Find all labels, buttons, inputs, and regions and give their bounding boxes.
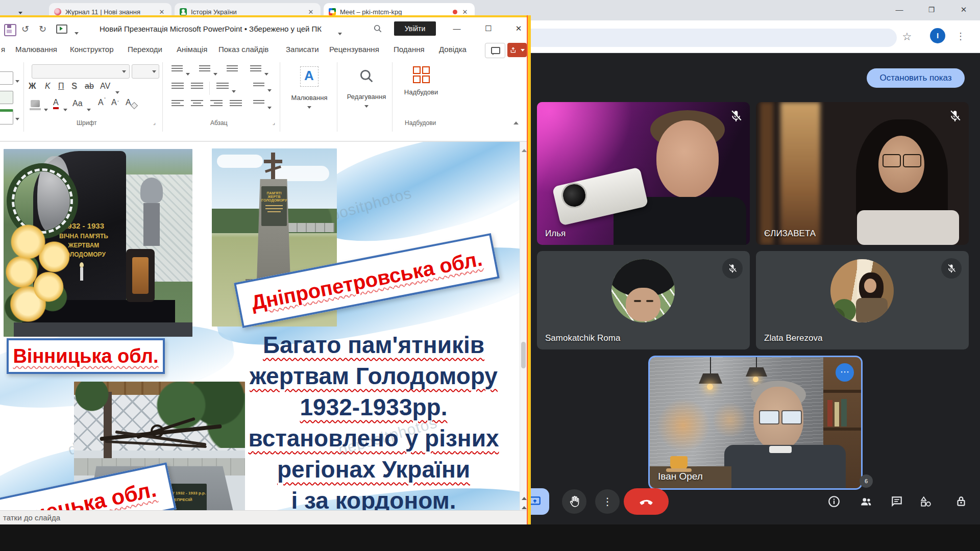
save-icon[interactable] — [4, 24, 16, 36]
ppt-minimize-button[interactable]: — — [447, 20, 467, 37]
ribbon-tab-help[interactable]: Довідка — [439, 45, 467, 54]
slideshow-icon[interactable] — [56, 24, 67, 34]
text-direction-chevron-icon[interactable] — [267, 85, 272, 94]
font-dialog-launcher-icon[interactable]: ⌟ — [153, 119, 156, 126]
drawing-button[interactable]: A Малювання — [286, 64, 333, 126]
ribbon-tab-transitions[interactable]: Переходи — [128, 45, 162, 54]
font-size-combo[interactable] — [132, 64, 159, 79]
decrease-indent-button[interactable] — [172, 83, 184, 89]
font-name-combo[interactable] — [32, 64, 130, 79]
numbering-chevron-icon[interactable] — [213, 68, 217, 78]
section-button[interactable] — [0, 109, 13, 124]
tab-close-icon[interactable]: ✕ — [306, 8, 315, 16]
participant-tile-ivan[interactable]: ⋯ Іван Орел — [648, 356, 863, 490]
slide-body-text[interactable]: Багато пам'ятників жертвам Голодомору 19… — [231, 330, 517, 516]
undo-icon[interactable]: ↺ — [21, 23, 29, 35]
activities-icon[interactable] — [919, 495, 933, 508]
addins-button[interactable]: Надбудови — [398, 64, 444, 113]
highlighter-chevron-icon[interactable] — [44, 104, 48, 113]
change-case-button[interactable]: Aa — [72, 99, 83, 108]
line-spacing-chevron-icon[interactable] — [264, 68, 268, 78]
region-label-vinnytsia[interactable]: Вінницька обл. — [7, 338, 165, 374]
align-text-chevron-icon[interactable] — [267, 102, 272, 111]
new-slide-chevron-icon[interactable] — [15, 76, 19, 85]
slide-scrollbar[interactable] — [520, 142, 527, 525]
italic-button[interactable]: K — [45, 82, 51, 91]
font-color-button[interactable]: А — [53, 98, 59, 109]
shrink-font-button[interactable]: А — [111, 98, 117, 107]
numbering-button[interactable] — [199, 65, 210, 71]
tab-close-icon[interactable]: ✕ — [157, 8, 166, 16]
align-text-button[interactable] — [253, 100, 264, 104]
ribbon-tab-view[interactable]: Подання — [394, 45, 425, 54]
justify-button[interactable] — [230, 100, 242, 106]
strikethrough-button[interactable]: ab — [85, 82, 94, 91]
highlighter-button[interactable] — [31, 100, 40, 107]
people-icon[interactable] — [860, 495, 873, 508]
ribbon-tab-slideshow[interactable]: Показ слайдів — [218, 45, 268, 54]
char-spacing-chevron-icon[interactable] — [115, 87, 119, 96]
scroll-up-icon[interactable] — [522, 145, 527, 154]
search-icon[interactable] — [373, 23, 383, 34]
line-spacing-button[interactable] — [250, 65, 261, 71]
grow-font-button[interactable]: А — [98, 98, 104, 107]
editing-button[interactable]: Редагування — [343, 64, 390, 126]
host-controls-icon[interactable] — [954, 495, 968, 508]
raise-hand-button[interactable] — [562, 489, 586, 514]
monument-photo-vinnytsia[interactable]: 1932 - 1933 ВІЧНА ПАМ'ЯТЬ ЖЕРТВАМ ГОЛОДО… — [4, 149, 192, 337]
ribbon-tab-record[interactable]: Записати — [286, 45, 319, 54]
signin-button[interactable]: Увійти — [394, 21, 436, 36]
title-chevron-icon[interactable] — [338, 28, 342, 37]
profile-avatar[interactable]: I — [930, 28, 945, 43]
participant-tile-elizaveta[interactable]: ЄЛИЗАВЕТА — [756, 102, 969, 245]
tab-close-icon[interactable]: ✕ — [460, 8, 470, 16]
font-color-chevron-icon[interactable] — [63, 104, 67, 113]
meeting-info-icon[interactable] — [827, 495, 841, 508]
ribbon-tab-animation[interactable]: Анімація — [177, 45, 207, 54]
more-options-button[interactable]: ⋮ — [595, 489, 620, 514]
browser-menu-icon[interactable]: ⋮ — [955, 29, 966, 44]
slide-canvas[interactable]: depositphotos depositphotos depositphoto… — [0, 142, 520, 525]
list-level-button[interactable] — [227, 65, 238, 71]
ppt-maximize-button[interactable]: ☐ — [479, 20, 498, 37]
notes-bar[interactable]: татки до слайда — [0, 510, 527, 524]
comment-button[interactable] — [485, 43, 505, 58]
ppt-close-button[interactable]: ✕ — [509, 20, 528, 37]
text-direction-button[interactable] — [253, 83, 264, 86]
address-bar[interactable] — [510, 29, 897, 47]
align-right-button[interactable] — [210, 100, 223, 106]
browser-minimize-button[interactable]: — — [891, 2, 908, 17]
hang-up-button[interactable] — [624, 488, 669, 515]
stop-presenting-button[interactable]: Остановить показ — [867, 68, 965, 88]
align-left-button[interactable] — [172, 100, 184, 106]
bullets-button[interactable] — [172, 65, 183, 71]
ribbon-tab-review[interactable]: Рецензування — [329, 45, 379, 54]
browser-maximize-button[interactable]: ❐ — [923, 2, 940, 17]
ribbon-tab-partial[interactable]: я — [1, 45, 5, 54]
bookmark-star-icon[interactable]: ☆ — [900, 30, 914, 44]
clear-format-button[interactable]: А — [126, 98, 131, 107]
ribbon-tab-design[interactable]: Конструктор — [70, 45, 114, 54]
bullets-chevron-icon[interactable] — [186, 68, 190, 78]
new-slide-button[interactable] — [0, 71, 13, 85]
paragraph-dialog-launcher-icon[interactable]: ⌟ — [273, 119, 275, 126]
qat-customize-chevron-icon[interactable] — [75, 28, 79, 37]
participant-tile-zlata[interactable]: Zlata Berezova — [756, 251, 969, 349]
collapse-ribbon-chevron-icon[interactable] — [513, 117, 519, 127]
previous-slide-button[interactable] — [522, 493, 527, 511]
align-center-button[interactable] — [191, 100, 203, 106]
shadow-button[interactable]: S — [71, 82, 77, 91]
participant-tile-ilya[interactable]: Илья — [537, 102, 750, 245]
increase-indent-button[interactable] — [191, 83, 203, 89]
reset-layout-button[interactable] — [0, 91, 13, 104]
section-chevron-icon[interactable] — [15, 113, 19, 122]
share-button[interactable] — [507, 43, 527, 57]
participant-tile-roma[interactable]: Samokatchik Roma — [537, 251, 750, 349]
chat-icon[interactable] — [890, 495, 903, 508]
scroll-thumb[interactable] — [521, 342, 526, 368]
tile-options-button[interactable]: ⋯ — [836, 363, 854, 382]
bold-button[interactable]: Ж — [29, 82, 36, 91]
columns-button[interactable] — [216, 83, 229, 89]
browser-close-button[interactable]: ✕ — [955, 2, 972, 17]
ribbon-tab-drawing[interactable]: Малювання — [15, 45, 57, 54]
